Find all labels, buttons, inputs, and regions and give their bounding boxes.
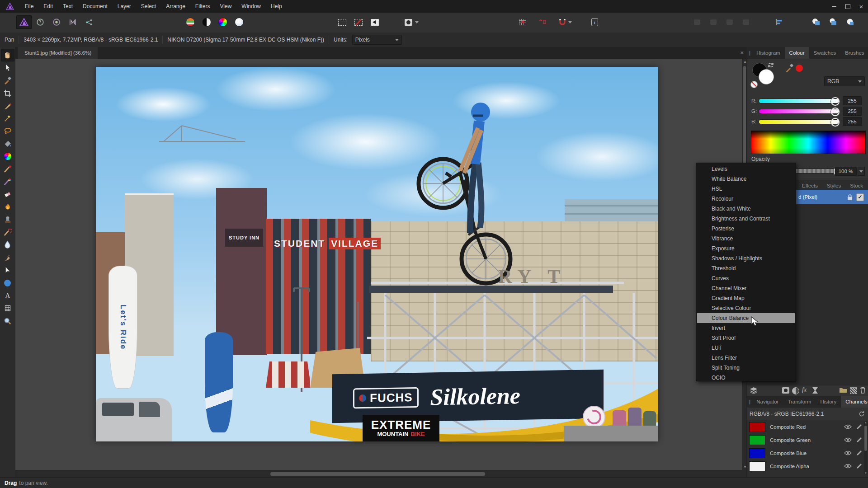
- app-logo-icon[interactable]: [0, 3, 20, 10]
- horizontal-scrollbar[interactable]: [15, 470, 742, 478]
- menu-item-curves[interactable]: Curves: [696, 273, 796, 283]
- flood-fill-tool[interactable]: [1, 137, 14, 150]
- menu-file[interactable]: File: [20, 3, 38, 9]
- minimize-icon[interactable]: [827, 0, 841, 13]
- snapping-dropdown-icon[interactable]: [566, 15, 574, 29]
- spectrum-picker[interactable]: [751, 131, 866, 154]
- gradient-tool[interactable]: [1, 150, 14, 163]
- canvas-area[interactable]: STUDY INN STUDENT VILLAGE RY T Let's Rid…: [15, 59, 742, 470]
- pencil-icon[interactable]: [856, 437, 862, 443]
- tab-channels[interactable]: Channels: [841, 396, 868, 408]
- liquify-persona-button[interactable]: [33, 15, 48, 29]
- green-slider[interactable]: [759, 109, 839, 114]
- close-icon[interactable]: ×: [854, 0, 868, 13]
- tab-close-icon[interactable]: ×: [740, 49, 744, 56]
- quick-mask-dropdown-icon[interactable]: [413, 15, 420, 29]
- menu-item-soft-proof[interactable]: Soft Proof: [696, 333, 796, 343]
- scroll-down-icon[interactable]: ▼: [864, 472, 867, 474]
- opacity-stepper-icon[interactable]: [858, 167, 865, 176]
- menu-item-white-balance[interactable]: White Balance: [696, 174, 796, 184]
- eye-icon[interactable]: [844, 424, 852, 429]
- auto-colours-icon[interactable]: [215, 15, 231, 29]
- eye-icon[interactable]: [844, 450, 852, 455]
- colour-picker-tool[interactable]: [1, 74, 14, 87]
- foreground-colour-swatch[interactable]: [759, 69, 774, 84]
- channel-row-alpha[interactable]: Composite Alpha: [747, 460, 868, 473]
- red-value[interactable]: 255: [843, 96, 862, 105]
- tone-mapping-persona-button[interactable]: [65, 15, 80, 29]
- tab-navigator[interactable]: Navigator: [752, 396, 783, 408]
- clone-stamp-tool[interactable]: [1, 213, 14, 226]
- channel-row-blue[interactable]: Composite Blue: [747, 446, 868, 460]
- flood-select-tool[interactable]: [1, 112, 14, 125]
- pixel-grid-icon[interactable]: [515, 15, 530, 29]
- menu-item-shadows-highlights[interactable]: Shadows / Highlights: [696, 253, 796, 263]
- menu-layer[interactable]: Layer: [113, 3, 136, 9]
- scroll-up-icon[interactable]: ▲: [864, 421, 867, 424]
- menu-item-threshold[interactable]: Threshold: [696, 263, 796, 273]
- panel-grip-icon[interactable]: ||: [747, 51, 752, 56]
- live-filter-icon[interactable]: [812, 387, 818, 394]
- blue-value[interactable]: 255: [843, 117, 862, 126]
- menu-item-posterise[interactable]: Posterise: [696, 224, 796, 234]
- export-persona-button[interactable]: [81, 15, 97, 29]
- channel-row-red[interactable]: Composite Red: [747, 420, 868, 433]
- auto-contrast-icon[interactable]: [199, 15, 214, 29]
- subtract-selection-icon[interactable]: [351, 15, 366, 29]
- menu-item-vibrance[interactable]: Vibrance: [696, 234, 796, 244]
- node-tool[interactable]: [1, 264, 14, 277]
- menu-item-gradient-map[interactable]: Gradient Map: [696, 293, 796, 303]
- mask-layer-icon[interactable]: [782, 387, 789, 394]
- tab-transform[interactable]: Transform: [783, 396, 816, 408]
- channel-row-partial[interactable]: [747, 473, 868, 477]
- layers-stack-icon[interactable]: [750, 387, 758, 394]
- group-folder-icon[interactable]: [839, 387, 847, 393]
- picked-colour-dot[interactable]: [796, 65, 803, 72]
- green-value[interactable]: 255: [843, 107, 862, 116]
- pan-tool[interactable]: [1, 49, 14, 61]
- boolean-subtract-icon[interactable]: [826, 15, 841, 29]
- new-selection-icon[interactable]: [335, 15, 350, 29]
- paint-brush-tool[interactable]: [1, 163, 14, 175]
- blue-slider-knob[interactable]: [831, 118, 840, 127]
- red-slider-knob[interactable]: [831, 97, 840, 106]
- assistant-icon[interactable]: i: [587, 15, 602, 29]
- selection-brush-tool[interactable]: [1, 99, 14, 112]
- menu-item-ocio[interactable]: OCIO: [696, 373, 796, 383]
- menu-item-selective-colour[interactable]: Selective Colour: [696, 303, 796, 313]
- units-select[interactable]: Pixels: [352, 35, 402, 45]
- menu-item-colour-balance[interactable]: Colour Balance: [697, 313, 795, 323]
- panel-grip-icon[interactable]: ||: [747, 399, 752, 404]
- pattern-icon[interactable]: [850, 387, 857, 394]
- pencil-icon[interactable]: [856, 424, 862, 430]
- pencil-icon[interactable]: [856, 450, 862, 456]
- eye-icon[interactable]: [844, 464, 852, 469]
- zoom-tool[interactable]: [1, 314, 14, 327]
- alignment-icon[interactable]: [771, 15, 787, 29]
- undo-brush-tool[interactable]: [1, 226, 14, 239]
- crop-tool[interactable]: [1, 87, 14, 99]
- channels-scrollbar[interactable]: ▲ ▼: [864, 421, 868, 474]
- menu-filters[interactable]: Filters: [190, 3, 215, 9]
- menu-document[interactable]: Document: [78, 3, 113, 9]
- eraser-tool[interactable]: [1, 188, 14, 201]
- mesh-warp-tool[interactable]: [1, 302, 14, 314]
- fx-icon[interactable]: fx: [802, 386, 807, 394]
- tab-histogram[interactable]: Histogram: [752, 47, 784, 59]
- trash-icon[interactable]: [860, 387, 866, 394]
- auto-white-balance-icon[interactable]: [231, 15, 247, 29]
- dodge-burn-tool[interactable]: [1, 201, 14, 213]
- menu-item-brightness-and-contrast[interactable]: Brightness and Contrast: [696, 214, 796, 224]
- lasso-tool[interactable]: [1, 125, 14, 137]
- menu-item-levels[interactable]: Levels: [696, 164, 796, 174]
- tab-brushes[interactable]: Brushes: [840, 47, 868, 59]
- layer-visibility-checkbox[interactable]: ✓: [856, 193, 864, 201]
- menu-item-hsl[interactable]: HSL: [696, 184, 796, 194]
- menu-item-recolour[interactable]: Recolour: [696, 194, 796, 204]
- margins-icon[interactable]: [535, 15, 550, 29]
- tab-history[interactable]: History: [816, 396, 841, 408]
- swap-colours-icon[interactable]: [768, 62, 775, 68]
- photo-persona-button[interactable]: [16, 15, 32, 29]
- menu-help[interactable]: Help: [266, 3, 287, 9]
- no-colour-icon[interactable]: [750, 81, 758, 88]
